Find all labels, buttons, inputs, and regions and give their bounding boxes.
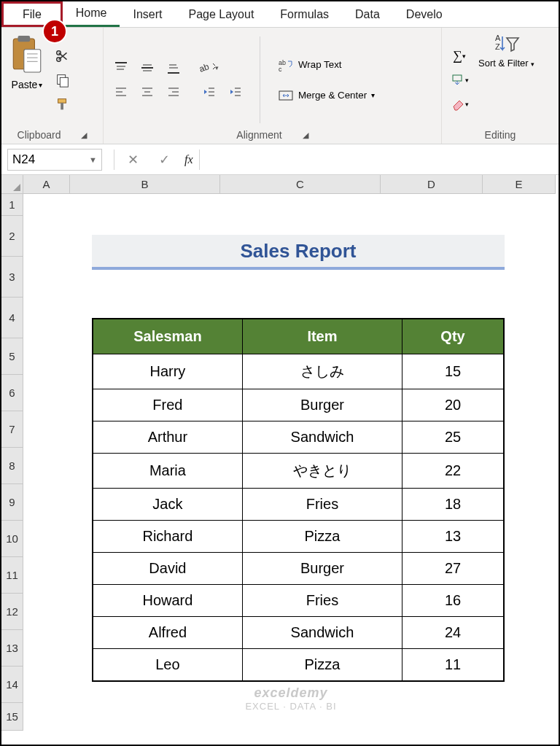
column-header[interactable]: A (23, 175, 70, 194)
orientation-button[interactable]: ab▾ (197, 57, 220, 79)
header-salesman[interactable]: Salesman (93, 319, 242, 354)
dialog-launcher-icon[interactable]: ◢ (303, 131, 308, 140)
row-header[interactable]: 3 (1, 257, 23, 298)
cell-item[interactable]: Burger (242, 389, 402, 421)
header-item[interactable]: Item (242, 319, 402, 354)
tab-data[interactable]: Data (342, 1, 393, 27)
cell-qty[interactable]: 16 (402, 585, 504, 617)
row-header[interactable]: 13 (1, 630, 23, 667)
cell-salesman[interactable]: Richard (93, 521, 242, 553)
spreadsheet-grid[interactable]: ABCDE 123456789101112131415 Sales Report… (1, 175, 559, 746)
row-header[interactable]: 1 (1, 194, 23, 216)
column-header[interactable]: C (220, 175, 381, 194)
cell-qty[interactable]: 15 (402, 354, 504, 389)
cell-item[interactable]: Fries (242, 489, 402, 521)
table-row[interactable]: DavidBurger27 (93, 553, 504, 585)
cell-item[interactable]: Fries (242, 585, 402, 617)
cell-item[interactable]: Pizza (242, 649, 402, 682)
cell-salesman[interactable]: Harry (93, 354, 242, 389)
cell-item[interactable]: Sandwich (242, 421, 402, 454)
tab-page-layout[interactable]: Page Layout (175, 1, 267, 27)
row-header[interactable]: 15 (1, 703, 23, 731)
table-row[interactable]: JackFries18 (93, 489, 504, 521)
cell-qty[interactable]: 11 (402, 649, 504, 682)
cell-qty[interactable]: 24 (402, 617, 504, 649)
copy-button[interactable] (51, 69, 74, 91)
row-header[interactable]: 6 (1, 375, 23, 411)
increase-indent-button[interactable] (223, 81, 246, 103)
align-middle-button[interactable] (136, 57, 159, 79)
tab-home[interactable]: Home (63, 1, 120, 27)
align-bottom-button[interactable] (162, 57, 185, 79)
cell-salesman[interactable]: Arthur (93, 421, 242, 454)
sort-filter-button[interactable]: AZ Sort & Filter ▾ (478, 32, 534, 128)
chevron-down-icon[interactable]: ▼ (89, 155, 97, 164)
row-header[interactable]: 9 (1, 484, 23, 521)
cell-salesman[interactable]: David (93, 553, 242, 585)
cell-qty[interactable]: 25 (402, 421, 504, 454)
table-row[interactable]: ArthurSandwich25 (93, 421, 504, 454)
decrease-indent-button[interactable] (197, 81, 220, 103)
align-left-button[interactable] (109, 81, 133, 103)
clear-button[interactable]: ▾ (448, 93, 471, 115)
cell-salesman[interactable]: Maria (93, 454, 242, 489)
tab-formulas[interactable]: Formulas (267, 1, 342, 27)
cell-item[interactable]: Sandwich (242, 617, 402, 649)
table-row[interactable]: Harryさしみ15 (93, 354, 504, 389)
paste-button[interactable] (7, 32, 47, 79)
column-header[interactable]: D (381, 175, 483, 194)
row-header[interactable]: 8 (1, 448, 23, 484)
cancel-formula-button[interactable]: ✕ (117, 152, 149, 168)
table-row[interactable]: LeoPizza11 (93, 649, 504, 682)
format-painter-button[interactable] (51, 93, 74, 115)
row-header[interactable]: 2 (1, 216, 23, 257)
cell-qty[interactable]: 27 (402, 553, 504, 585)
table-row[interactable]: HowardFries16 (93, 585, 504, 617)
cell-salesman[interactable]: Fred (93, 389, 242, 421)
row-header[interactable]: 12 (1, 594, 23, 630)
tab-insert[interactable]: Insert (120, 1, 175, 27)
row-header[interactable]: 11 (1, 557, 23, 594)
table-row[interactable]: AlfredSandwich24 (93, 617, 504, 649)
cell-item[interactable]: Burger (242, 553, 402, 585)
cell-qty[interactable]: 20 (402, 389, 504, 421)
cut-button[interactable] (51, 45, 74, 67)
row-header[interactable]: 4 (1, 298, 23, 338)
autosum-button[interactable]: ∑▾ (448, 45, 471, 67)
cell-qty[interactable]: 22 (402, 454, 504, 489)
fx-label[interactable]: fx (180, 153, 193, 166)
cell-salesman[interactable]: Howard (93, 585, 242, 617)
cell-qty[interactable]: 13 (402, 521, 504, 553)
merge-center-button[interactable]: Merge & Center ▾ (273, 85, 379, 106)
paste-label[interactable]: Paste▾ (12, 79, 43, 90)
cell-item[interactable]: さしみ (242, 354, 402, 389)
table-row[interactable]: Mariaやきとり22 (93, 454, 504, 489)
column-header[interactable]: B (70, 175, 220, 194)
align-right-button[interactable] (162, 81, 185, 103)
cells-area[interactable]: Sales Report Salesman Item Qty Harryさしみ1… (23, 194, 559, 746)
name-box[interactable]: N24 ▼ (7, 149, 102, 171)
row-header[interactable]: 7 (1, 411, 23, 448)
align-center-button[interactable] (136, 81, 159, 103)
header-qty[interactable]: Qty (402, 319, 504, 354)
cell-item[interactable]: やきとり (242, 454, 402, 489)
cell-salesman[interactable]: Leo (93, 649, 242, 682)
column-header[interactable]: E (483, 175, 556, 194)
wrap-text-button[interactable]: abc Wrap Text (273, 55, 379, 75)
fill-button[interactable]: ▾ (448, 69, 471, 91)
formula-bar-input[interactable] (199, 149, 559, 170)
table-row[interactable]: RichardPizza13 (93, 521, 504, 553)
tab-developer[interactable]: Develo (393, 1, 456, 27)
cell-qty[interactable]: 18 (402, 489, 504, 521)
select-all-corner[interactable] (1, 175, 23, 194)
row-header[interactable]: 5 (1, 338, 23, 375)
accept-formula-button[interactable]: ✓ (149, 152, 180, 168)
cell-salesman[interactable]: Jack (93, 489, 242, 521)
align-top-button[interactable] (109, 57, 133, 79)
cell-salesman[interactable]: Alfred (93, 617, 242, 649)
row-header[interactable]: 14 (1, 667, 23, 703)
table-row[interactable]: FredBurger20 (93, 389, 504, 421)
dialog-launcher-icon[interactable]: ◢ (81, 131, 87, 140)
row-header[interactable]: 10 (1, 521, 23, 557)
cell-item[interactable]: Pizza (242, 521, 402, 553)
